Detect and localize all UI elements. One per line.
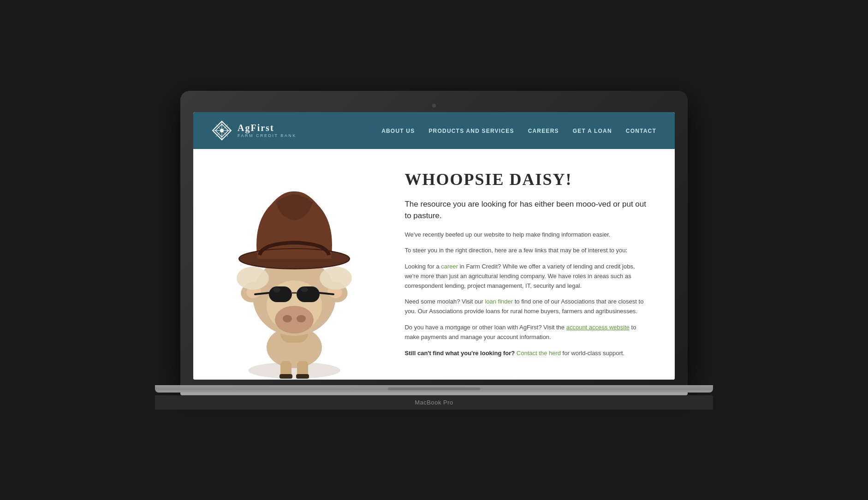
svg-point-6 [220,129,224,132]
svg-rect-33 [296,374,309,379]
cow-image-side [193,149,395,380]
laptop-label: MacBook Pro [155,395,713,410]
nav-link-careers[interactable]: CAREERS [528,128,559,134]
nav-menu: ABOUT US PRODUCTS AND SERVICES CAREERS G… [381,126,656,135]
nav-link-about[interactable]: ABOUT US [381,128,415,134]
logo-text: AgFirst Farm Credit Bank [238,123,297,138]
laptop-model-label: MacBook Pro [415,399,453,406]
loan-finder-link[interactable]: loan finder [485,298,513,305]
svg-rect-20 [297,286,320,302]
browser-screen: AgFirst Farm Credit Bank ABOUT US PRODUC… [193,112,675,380]
svg-point-28 [237,267,269,290]
paragraph-1: We've recently beefed up our website to … [404,230,647,240]
text-side: WHOOPSIE DAISY! The resource you are loo… [395,149,675,380]
laptop-base [155,385,713,393]
svg-point-22 [273,287,280,292]
laptop-container: AgFirst Farm Credit Bank ABOUT US PRODUC… [180,91,688,410]
paragraph-3: Looking for a career in Farm Credit? Whi… [404,262,647,291]
screen-bezel: AgFirst Farm Credit Bank ABOUT US PRODUC… [180,91,688,385]
account-access-link[interactable]: account access website [566,324,630,331]
logo-area: AgFirst Farm Credit Bank [212,120,297,141]
nav-link-loan[interactable]: GET A LOAN [573,128,612,134]
paragraph-5: Do you have a mortgage or other loan wit… [404,323,647,342]
paragraph-4: Need some moolah? Visit our loan finder … [404,297,647,316]
svg-point-18 [297,315,306,322]
navbar: AgFirst Farm Credit Bank ABOUT US PRODUC… [193,112,675,149]
paragraph-2: To steer you in the right direction, her… [404,246,647,256]
svg-point-23 [301,287,308,292]
logo-subtitle: Farm Credit Bank [238,133,297,138]
page-title: WHOOPSIE DAISY! [404,170,647,189]
nav-item-products[interactable]: PRODUCTS AND SERVICES [428,126,514,135]
svg-rect-19 [269,286,292,302]
camera-dot [432,104,436,107]
logo-icon [212,120,232,141]
svg-point-16 [275,306,314,333]
nav-item-contact[interactable]: CONTACT [626,126,656,135]
trackpad-notch [388,387,480,390]
cow-illustration [216,158,373,380]
svg-point-29 [320,267,352,290]
nav-item-loan[interactable]: GET A LOAN [573,126,612,135]
subtitle-text: The resource you are looking for has eit… [404,198,647,222]
contact-herd-link[interactable]: Contact the herd [517,350,561,357]
svg-rect-32 [279,374,292,379]
nav-link-contact[interactable]: CONTACT [626,128,656,134]
nav-link-products[interactable]: PRODUCTS AND SERVICES [428,128,514,134]
svg-point-17 [283,315,292,322]
career-link[interactable]: career [441,263,458,270]
nav-item-careers[interactable]: CAREERS [528,126,559,135]
logo-name: AgFirst [238,123,297,133]
paragraph-6: Still can't find what you're looking for… [404,349,647,358]
nav-item-about[interactable]: ABOUT US [381,126,415,135]
laptop-bottom-bar [180,385,688,395]
main-content: WHOOPSIE DAISY! The resource you are loo… [193,149,675,380]
